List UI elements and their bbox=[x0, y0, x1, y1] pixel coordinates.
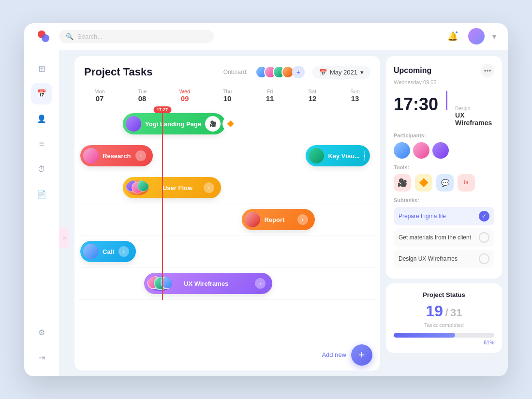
task-bar-call[interactable]: Call › bbox=[80, 241, 136, 262]
task-label-call: Call bbox=[103, 248, 115, 255]
task-label-key-visual: Key Visu... bbox=[328, 152, 360, 160]
task-avatar-report bbox=[245, 212, 260, 227]
sidebar-item-settings[interactable]: ⚙ bbox=[31, 322, 52, 343]
page-title: Project Tasks bbox=[84, 66, 152, 78]
status-total-value: 31 bbox=[450, 307, 462, 319]
day-col-1: Tue 08 bbox=[121, 87, 163, 104]
task-rows: 17:27 Yogi Landing Page 🎥 🔶 bbox=[74, 108, 380, 300]
day-col-5: Sat 12 bbox=[291, 87, 334, 104]
subtask-3-text: Design UX Wireframes bbox=[399, 255, 458, 262]
topbar: 🔍 Search... 🔔 ▾ bbox=[24, 23, 508, 50]
upcoming-title: Upcoming bbox=[394, 66, 431, 75]
sidebar-item-dashboard[interactable]: ⊞ bbox=[31, 58, 52, 79]
task-bar-report[interactable]: Report › bbox=[242, 209, 314, 230]
status-title: Project Status bbox=[394, 291, 494, 298]
task-row-report: Report › bbox=[78, 204, 376, 236]
task-avatar-user-flow bbox=[126, 180, 149, 195]
svg-point-1 bbox=[42, 34, 49, 42]
add-task-button[interactable]: + bbox=[351, 344, 372, 366]
task-row-call: Call › bbox=[78, 236, 376, 268]
calendar-grid: Mon 07 Tue 08 Wed 09 bbox=[74, 87, 380, 300]
tool-slack[interactable]: 💬 bbox=[436, 174, 454, 192]
task-icons-yogi: 🎥 🔶 bbox=[205, 116, 238, 132]
add-member-button[interactable]: + bbox=[292, 66, 305, 78]
search-icon: 🔍 bbox=[66, 33, 74, 40]
tool-figma[interactable]: 🔶 bbox=[415, 174, 432, 192]
sidebar-item-list[interactable]: ≡ bbox=[31, 133, 52, 155]
tool-invision[interactable]: in bbox=[458, 174, 475, 192]
task-bar-research[interactable]: Research › bbox=[80, 145, 153, 166]
upcoming-header: Upcoming ••• bbox=[394, 64, 494, 77]
task-row-research: Research › Key Visu... › bbox=[78, 140, 376, 172]
participant-avatar-3 bbox=[432, 142, 449, 159]
contacts-icon: 👤 bbox=[37, 114, 46, 123]
subtask-2-text: Get materials from the client bbox=[399, 234, 471, 241]
dashboard-icon: ⊞ bbox=[38, 63, 45, 74]
day-col-4: Fri 11 bbox=[249, 87, 291, 104]
onboard-avatars: + bbox=[255, 66, 305, 78]
participants-label: Participants: bbox=[394, 133, 494, 138]
sidebar-item-docs[interactable]: 📄 bbox=[31, 184, 52, 205]
subtask-2[interactable]: Get materials from the client bbox=[394, 228, 494, 247]
progress-bar-fill bbox=[394, 333, 455, 338]
task-label-report: Report bbox=[264, 216, 293, 223]
progress-bar-bg bbox=[394, 333, 494, 338]
subtask-3[interactable]: Design UX Wireframes bbox=[394, 250, 494, 268]
docs-icon: 📄 bbox=[37, 190, 46, 199]
calendar-icon: 📅 bbox=[37, 89, 46, 98]
task-bar-user-flow[interactable]: User Flow › bbox=[123, 177, 221, 198]
add-new-label: Add new bbox=[322, 351, 346, 358]
clock-icon: ⏱ bbox=[38, 165, 45, 174]
time-display: 17:30 Design UX Wireframes bbox=[394, 91, 494, 127]
sidebar-item-time[interactable]: ⏱ bbox=[31, 159, 52, 180]
task-category: Design bbox=[455, 106, 494, 111]
more-options-button[interactable]: ••• bbox=[481, 64, 494, 77]
status-total-count: / bbox=[445, 307, 448, 319]
task-arrow-research: › bbox=[135, 150, 146, 161]
task-bar-yogi[interactable]: Yogi Landing Page 🎥 🔶 › bbox=[123, 113, 225, 134]
task-label-ux: UX Wireframes bbox=[184, 280, 251, 287]
sidebar-item-calendar[interactable]: 📅 bbox=[31, 83, 52, 104]
days-header: Mon 07 Tue 08 Wed 09 bbox=[74, 87, 380, 104]
subtask-1[interactable]: Prepare Figma file ✓ bbox=[394, 207, 494, 225]
calendar-scroll[interactable]: Mon 07 Tue 08 Wed 09 bbox=[74, 87, 380, 340]
subtask-2-check bbox=[479, 232, 489, 243]
progress-pct: 61% bbox=[394, 340, 494, 345]
subtask-1-check: ✓ bbox=[479, 211, 489, 222]
day-col-2: Wed 09 bbox=[163, 87, 206, 104]
user-avatar[interactable] bbox=[468, 28, 485, 44]
task-arrow-report: › bbox=[297, 214, 308, 225]
task-bar-ux[interactable]: UX Wireframes › bbox=[144, 273, 272, 294]
user-dropdown-icon[interactable]: ▾ bbox=[492, 32, 496, 41]
task-avatar-call bbox=[83, 244, 99, 259]
participants-row bbox=[394, 142, 494, 159]
month-picker-button[interactable]: 📅 May 2021 ▾ bbox=[312, 66, 370, 79]
tool-meet[interactable]: 🎥 bbox=[394, 174, 411, 192]
tasks-panel: Project Tasks Onboard: + 📅 May 2021 ▾ bbox=[74, 56, 380, 370]
settings-icon: ⚙ bbox=[38, 328, 45, 337]
notification-bell[interactable]: 🔔 bbox=[445, 29, 460, 44]
task-row-user-flow: User Flow › bbox=[78, 172, 376, 204]
time-info: Design UX Wireframes bbox=[455, 106, 494, 127]
sidebar-item-logout[interactable]: ⇥ bbox=[31, 347, 52, 369]
topbar-right: 🔔 ▾ bbox=[445, 28, 496, 44]
task-row-yogi: Yogi Landing Page 🎥 🔶 › bbox=[78, 108, 376, 140]
main-area: ⊞ 📅 👤 ≡ ⏱ 📄 ⚙ ⇥ bbox=[24, 50, 508, 376]
participant-avatar-2 bbox=[413, 142, 429, 159]
task-avatar-ux bbox=[147, 276, 172, 291]
notification-dot bbox=[455, 30, 458, 34]
day-col-6: Sun 13 bbox=[334, 87, 376, 104]
status-card: Project Status 19 / 31 Tasks completed 6… bbox=[386, 283, 502, 353]
tasks-header: Project Tasks Onboard: + 📅 May 2021 ▾ bbox=[74, 66, 380, 79]
sidebar-item-contacts[interactable]: 👤 bbox=[31, 108, 52, 130]
status-done-count: 19 bbox=[426, 302, 443, 320]
subtask-1-text: Prepare Figma file bbox=[399, 213, 446, 220]
accent-chevron-icon: › bbox=[63, 234, 65, 241]
logout-icon: ⇥ bbox=[39, 353, 45, 362]
task-bar-key-visual[interactable]: Key Visu... › bbox=[306, 145, 370, 166]
right-panel: Upcoming ••• Wednesday 09.05 17:30 Desig… bbox=[386, 56, 502, 370]
task-label-research: Research bbox=[103, 152, 132, 160]
meet-icon: 🎥 bbox=[205, 116, 221, 132]
calendar-small-icon: 📅 bbox=[319, 69, 327, 76]
search-bar[interactable]: 🔍 Search... bbox=[59, 30, 214, 43]
